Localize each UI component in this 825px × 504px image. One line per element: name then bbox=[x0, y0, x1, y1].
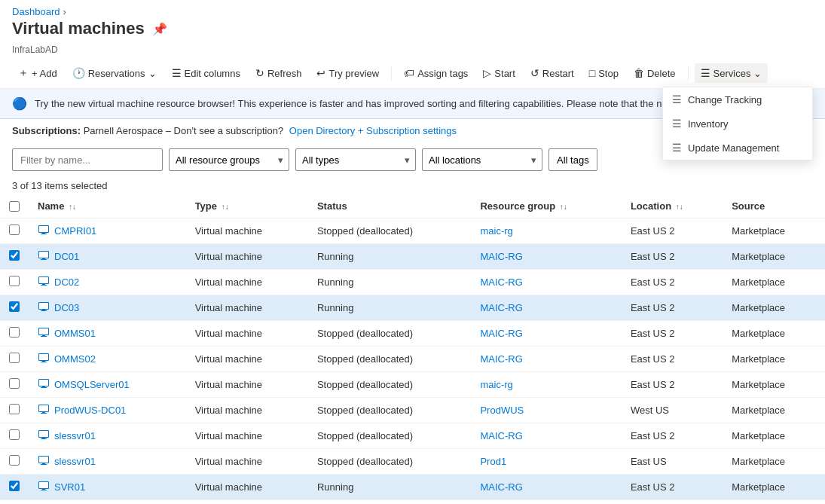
row-type: Virtual machine bbox=[186, 321, 308, 347]
table-row: OMMS02Virtual machineStopped (deallocate… bbox=[0, 347, 825, 372]
services-change-tracking[interactable]: ☰ Change Tracking bbox=[663, 87, 812, 111]
rg-link[interactable]: MAIC-RG bbox=[480, 430, 522, 441]
name-filter-input[interactable] bbox=[12, 148, 163, 171]
row-resource-group: MAIC-RG bbox=[471, 295, 621, 321]
row-checkbox[interactable] bbox=[9, 353, 20, 363]
rg-link[interactable]: ProdWUS bbox=[480, 405, 524, 416]
row-location: East US 2 bbox=[622, 372, 723, 398]
row-checkbox[interactable] bbox=[9, 481, 20, 491]
row-name: DC02 bbox=[29, 270, 186, 295]
row-source: Marketplace bbox=[723, 372, 825, 398]
resource-group-select[interactable]: All resource groups bbox=[169, 148, 289, 171]
start-icon: ▷ bbox=[483, 67, 491, 79]
vm-name-link[interactable]: DC03 bbox=[54, 302, 79, 313]
svg-rect-10 bbox=[42, 284, 45, 286]
row-source: Marketplace bbox=[723, 295, 825, 321]
rg-sort-icon[interactable]: ↑↓ bbox=[560, 203, 567, 211]
row-checkbox-cell bbox=[0, 423, 29, 449]
row-checkbox[interactable] bbox=[9, 455, 20, 466]
row-status: Stopped (deallocated) bbox=[308, 218, 472, 244]
edit-columns-button[interactable]: ☰ Edit columns bbox=[166, 63, 246, 83]
table-row: DC02Virtual machineRunningMAIC-RGEast US… bbox=[0, 270, 825, 295]
rg-link[interactable]: MAIC-RG bbox=[480, 302, 522, 313]
type-sort-icon[interactable]: ↑↓ bbox=[222, 203, 229, 211]
row-type: Virtual machine bbox=[186, 398, 308, 423]
vm-name-link[interactable]: OMSQLServer01 bbox=[54, 379, 130, 390]
svg-rect-11 bbox=[39, 277, 48, 283]
rg-link[interactable]: MAIC-RG bbox=[480, 481, 522, 493]
vm-icon bbox=[38, 301, 50, 315]
vm-name-link[interactable]: ProdWUS-DC01 bbox=[54, 405, 126, 416]
rg-link[interactable]: maic-rg bbox=[480, 379, 512, 390]
table-row: DC03Virtual machineRunningMAIC-RGEast US… bbox=[0, 295, 825, 321]
pin-icon[interactable]: 📌 bbox=[152, 22, 167, 36]
vm-name-link[interactable]: OMMS01 bbox=[54, 328, 96, 339]
vm-name-link[interactable]: DC02 bbox=[54, 276, 79, 288]
row-resource-group: maic-rg bbox=[471, 218, 621, 244]
svg-rect-39 bbox=[39, 457, 48, 463]
rg-link[interactable]: MAIC-RG bbox=[480, 251, 522, 262]
row-status: Stopped (deallocated) bbox=[308, 423, 472, 449]
table-row: CMPRI01Virtual machineStopped (deallocat… bbox=[0, 218, 825, 244]
svg-rect-31 bbox=[39, 405, 48, 411]
header-resource-group: Resource group ↑↓ bbox=[471, 194, 621, 218]
vm-name-link[interactable]: CMPRI01 bbox=[54, 225, 96, 237]
open-directory-link[interactable]: Open Directory + Subscription settings bbox=[289, 125, 457, 136]
vm-icon bbox=[38, 480, 50, 494]
restart-button[interactable]: ↺ Restart bbox=[524, 63, 580, 83]
start-button[interactable]: ▷ Start bbox=[477, 63, 521, 83]
reservations-button[interactable]: 🕐 Reservations ⌄ bbox=[66, 63, 163, 83]
row-checkbox[interactable] bbox=[9, 429, 20, 440]
delete-button[interactable]: 🗑 Delete bbox=[628, 63, 682, 83]
assign-tags-icon: 🏷 bbox=[404, 67, 414, 79]
row-checkbox[interactable] bbox=[9, 378, 20, 389]
refresh-button[interactable]: ↻ Refresh bbox=[249, 63, 308, 83]
add-button[interactable]: ＋ + Add bbox=[12, 63, 63, 84]
selection-info: 3 of 13 items selected bbox=[0, 177, 825, 194]
type-filter: All types ▾ bbox=[295, 148, 416, 171]
stop-button[interactable]: □ Stop bbox=[583, 63, 625, 83]
location-sort-icon[interactable]: ↑↓ bbox=[676, 203, 683, 211]
row-status: Stopped (deallocated) bbox=[308, 449, 472, 475]
vm-name-link[interactable]: OMMS02 bbox=[54, 353, 96, 365]
toolbar: ＋ + Add 🕐 Reservations ⌄ ☰ Edit columns … bbox=[0, 58, 825, 89]
services-button[interactable]: ☰ Services ⌄ bbox=[695, 63, 768, 83]
location-select[interactable]: All locations bbox=[422, 148, 542, 171]
row-name: ProdWUS-DC01 bbox=[29, 398, 186, 423]
rg-link[interactable]: MAIC-RG bbox=[480, 328, 522, 339]
breadcrumb-dashboard[interactable]: Dashboard bbox=[12, 6, 60, 17]
row-type: Virtual machine bbox=[186, 449, 308, 475]
services-inventory[interactable]: ☰ Inventory bbox=[663, 111, 812, 136]
assign-tags-button[interactable]: 🏷 Assign tags bbox=[398, 63, 474, 83]
vm-table: Name ↑↓ Type ↑↓ Status Resource group ↑↓… bbox=[0, 194, 825, 500]
vm-name-link[interactable]: DC01 bbox=[54, 251, 79, 262]
name-sort-icon[interactable]: ↑↓ bbox=[69, 203, 76, 211]
svg-rect-34 bbox=[42, 438, 45, 439]
rg-link[interactable]: Prod1 bbox=[480, 456, 506, 467]
row-checkbox[interactable] bbox=[9, 225, 20, 235]
row-checkbox[interactable] bbox=[9, 250, 20, 261]
rg-link[interactable]: MAIC-RG bbox=[480, 353, 522, 365]
row-checkbox[interactable] bbox=[9, 327, 20, 338]
row-checkbox[interactable] bbox=[9, 276, 20, 286]
reservations-icon: 🕐 bbox=[72, 67, 85, 79]
row-source: Marketplace bbox=[723, 398, 825, 423]
vm-name-link[interactable]: SVR01 bbox=[54, 481, 85, 493]
row-resource-group: MAIC-RG bbox=[471, 244, 621, 270]
vm-name-link[interactable]: slessvr01 bbox=[54, 456, 96, 467]
try-preview-button[interactable]: ↩ Try preview bbox=[310, 63, 385, 83]
vm-name-link[interactable]: slessvr01 bbox=[54, 430, 96, 441]
vm-icon bbox=[38, 352, 50, 366]
toolbar-separator-1 bbox=[391, 66, 392, 81]
row-checkbox[interactable] bbox=[9, 404, 20, 414]
all-tags-button[interactable]: All tags bbox=[548, 148, 597, 171]
type-select[interactable]: All types bbox=[295, 148, 416, 171]
svg-rect-42 bbox=[42, 489, 45, 490]
rg-link[interactable]: maic-rg bbox=[480, 225, 512, 237]
select-all-checkbox[interactable] bbox=[9, 201, 20, 212]
services-update-management[interactable]: ☰ Update Management bbox=[663, 136, 812, 160]
rg-link[interactable]: MAIC-RG bbox=[480, 276, 522, 288]
row-checkbox[interactable] bbox=[9, 301, 20, 312]
row-location: East US 2 bbox=[622, 475, 723, 500]
row-resource-group: MAIC-RG bbox=[471, 423, 621, 449]
